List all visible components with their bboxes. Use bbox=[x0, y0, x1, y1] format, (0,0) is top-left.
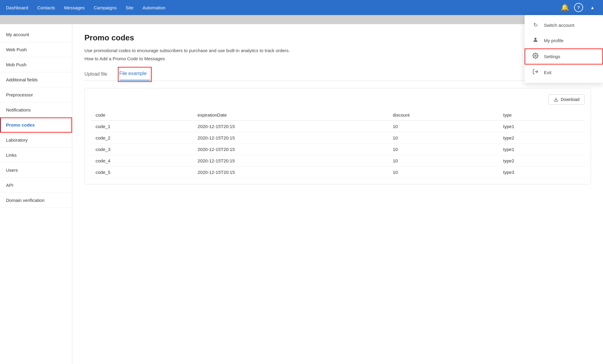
download-icon bbox=[554, 97, 558, 102]
sidebar-item-users[interactable]: Users bbox=[0, 163, 72, 178]
tabs: Upload file File example bbox=[84, 68, 591, 80]
col-header-type: type bbox=[498, 109, 585, 121]
nav-icons: 🔔 ? ▲ bbox=[560, 3, 597, 12]
table-cell: code_4 bbox=[91, 155, 193, 166]
promo-table: code expirationDate discount type code_1… bbox=[91, 109, 585, 178]
page-description: Use promotional codes to encourage subsc… bbox=[84, 47, 591, 54]
table-header-row: code expirationDate discount type bbox=[91, 109, 585, 121]
switch-account-icon: ↻ bbox=[532, 22, 539, 28]
dropdown-exit[interactable]: Exit bbox=[525, 64, 603, 80]
table-cell: code_3 bbox=[91, 143, 193, 155]
tab-file-example[interactable]: File example bbox=[119, 68, 150, 80]
table-cell: 2020-12-15T20:15 bbox=[193, 166, 388, 178]
col-header-discount: discount bbox=[388, 109, 498, 121]
table-cell: 10 bbox=[388, 121, 498, 132]
bell-icon[interactable]: 🔔 bbox=[560, 3, 569, 12]
table-row: code_32020-12-15T20:1510type1 bbox=[91, 143, 585, 155]
col-header-code: code bbox=[91, 109, 193, 121]
download-bar: Download bbox=[91, 94, 585, 105]
sidebar-item-web-push[interactable]: Web Push bbox=[0, 42, 72, 57]
table-cell: code_1 bbox=[91, 121, 193, 132]
table-cell: 10 bbox=[388, 155, 498, 166]
table-cell: 2020-12-15T20:15 bbox=[193, 143, 388, 155]
table-cell: 2020-12-15T20:15 bbox=[193, 155, 388, 166]
dropdown-switch-account-label: Switch account bbox=[544, 23, 574, 28]
table-cell: 2020-12-15T20:15 bbox=[193, 132, 388, 143]
table-cell: code_5 bbox=[91, 166, 193, 178]
nav-automation[interactable]: Automation bbox=[143, 5, 166, 10]
sidebar-item-preprocessor[interactable]: Preprocessor bbox=[0, 87, 72, 102]
sidebar-item-my-account[interactable]: My account bbox=[0, 27, 72, 42]
dropdown-switch-account[interactable]: ↻ Switch account bbox=[525, 17, 603, 33]
table-cell: 10 bbox=[388, 143, 498, 155]
svg-point-1 bbox=[535, 55, 536, 57]
table-cell: 10 bbox=[388, 132, 498, 143]
dropdown-exit-label: Exit bbox=[544, 70, 551, 75]
table-cell: code_2 bbox=[91, 132, 193, 143]
sidebar-item-laboratory[interactable]: Laboratory bbox=[0, 133, 72, 148]
dropdown-my-profile-label: My profile bbox=[544, 38, 564, 43]
table-cell: type1 bbox=[498, 143, 585, 155]
col-header-expiration: expirationDate bbox=[193, 109, 388, 121]
file-example-section: Download code expirationDate discount ty… bbox=[84, 88, 591, 184]
table-row: code_52020-12-15T20:1510type3 bbox=[91, 166, 585, 178]
sidebar-item-api[interactable]: API bbox=[0, 178, 72, 193]
main-layout: My account Web Push Mob Push Additional … bbox=[0, 24, 603, 364]
sidebar-item-domain-verification[interactable]: Domain verification bbox=[0, 193, 72, 208]
dropdown-my-profile[interactable]: My profile bbox=[525, 33, 603, 49]
page-link[interactable]: How to Add a Promo Code to Messages bbox=[84, 56, 591, 61]
nav-site[interactable]: Site bbox=[126, 5, 134, 10]
dropdown-settings[interactable]: Settings bbox=[525, 49, 603, 64]
dropdown-settings-label: Settings bbox=[544, 54, 560, 59]
nav-dashboard[interactable]: Dashboard bbox=[6, 5, 28, 10]
account-dropdown: ↻ Switch account My profile Settings bbox=[525, 15, 603, 83]
account-chevron-icon[interactable]: ▲ bbox=[588, 3, 597, 12]
top-navigation: Dashboard Contacts Messages Campaigns Si… bbox=[0, 0, 603, 15]
svg-point-0 bbox=[535, 38, 537, 40]
sidebar-item-notifications[interactable]: Notifications bbox=[0, 102, 72, 118]
tab-upload-file[interactable]: Upload file bbox=[84, 68, 113, 80]
table-cell: 2020-12-15T20:15 bbox=[193, 121, 388, 132]
nav-links: Dashboard Contacts Messages Campaigns Si… bbox=[6, 5, 560, 10]
sidebar-item-promo-codes[interactable]: Promo codes bbox=[0, 118, 72, 133]
table-row: code_22020-12-15T20:1510type2 bbox=[91, 132, 585, 143]
sidebar-item-additional-fields[interactable]: Additional fields bbox=[0, 72, 72, 87]
nav-campaigns[interactable]: Campaigns bbox=[94, 5, 117, 10]
table-row: code_12020-12-15T20:1510type1 bbox=[91, 121, 585, 132]
table-cell: type2 bbox=[498, 132, 585, 143]
sidebar-item-links[interactable]: Links bbox=[0, 148, 72, 163]
tabs-wrapper: Upload file File example bbox=[84, 68, 591, 81]
download-button[interactable]: Download bbox=[548, 94, 585, 105]
table-cell: type3 bbox=[498, 166, 585, 178]
nav-contacts[interactable]: Contacts bbox=[37, 5, 55, 10]
table-cell: type2 bbox=[498, 155, 585, 166]
table-cell: type1 bbox=[498, 121, 585, 132]
sub-bar bbox=[0, 15, 603, 24]
nav-messages[interactable]: Messages bbox=[64, 5, 85, 10]
download-button-label: Download bbox=[561, 97, 579, 102]
table-cell: 10 bbox=[388, 166, 498, 178]
profile-icon bbox=[532, 37, 539, 44]
sidebar: My account Web Push Mob Push Additional … bbox=[0, 24, 72, 364]
page-title: Promo codes bbox=[84, 33, 591, 42]
settings-icon bbox=[532, 53, 539, 60]
sidebar-item-mob-push[interactable]: Mob Push bbox=[0, 57, 72, 72]
exit-icon bbox=[532, 69, 539, 76]
main-content: Promo codes Use promotional codes to enc… bbox=[72, 24, 603, 364]
help-icon[interactable]: ? bbox=[574, 3, 583, 12]
table-row: code_42020-12-15T20:1510type2 bbox=[91, 155, 585, 166]
